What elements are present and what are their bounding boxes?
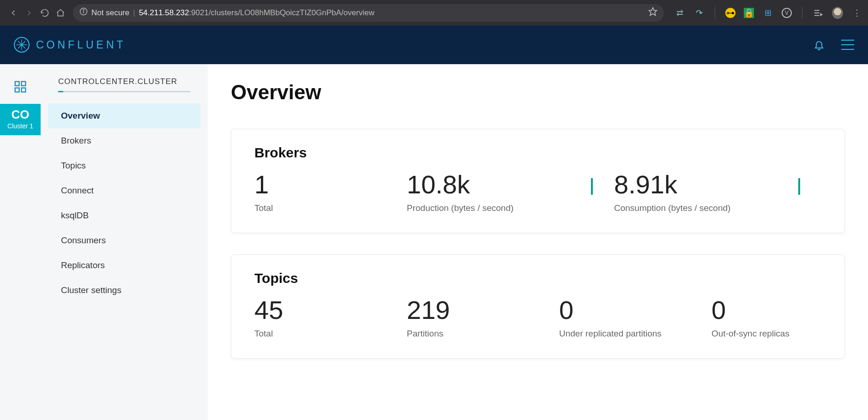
brokers-prod-metric: 10.8k Production (bytes / second) (407, 172, 586, 213)
cluster-short: CO (0, 108, 41, 120)
grid-icon[interactable] (12, 78, 29, 96)
reload-icon[interactable] (37, 5, 53, 21)
profile-avatar[interactable] (832, 7, 843, 18)
left-rail: CO Cluster 1 (0, 64, 41, 420)
svg-point-2 (83, 10, 84, 11)
svg-rect-14 (22, 88, 26, 92)
page-title: Overview (231, 81, 845, 104)
brand-logo-icon (14, 37, 30, 53)
sidebar-item-ksqldb[interactable]: ksqlDB (48, 203, 200, 228)
topics-total-metric: 45 Total (254, 297, 407, 339)
sidebar-item-brokers[interactable]: Brokers (48, 128, 200, 153)
separator: | (133, 8, 135, 18)
cluster-name: Cluster 1 (0, 122, 41, 130)
sparkline-cons-icon (798, 178, 803, 195)
browser-extensions: ⇄ ↷ ⊶ 🔒 ⊞ V ⋮ (674, 7, 862, 19)
topics-partitions-metric: 219 Partitions (407, 297, 559, 339)
brokers-card: Brokers 1 Total 10.8k Production (bytes … (231, 129, 845, 233)
ext-v-icon[interactable]: V (782, 8, 792, 18)
sidebar-item-topics[interactable]: Topics (48, 153, 200, 178)
sidebar-item-overview[interactable]: Overview (48, 103, 200, 128)
svg-rect-13 (15, 88, 19, 92)
ext-icon-1[interactable]: ⇄ (674, 7, 685, 18)
app-header: CONFLUENT (0, 25, 868, 64)
home-icon[interactable] (53, 5, 68, 21)
security-label: Not secure (91, 8, 129, 18)
rail-cluster-tile[interactable]: CO Cluster 1 (0, 104, 41, 135)
sidebar-item-replicators[interactable]: Replicators (48, 253, 200, 278)
forward-icon[interactable] (21, 5, 37, 21)
ext-icon-2[interactable]: ↷ (693, 7, 705, 18)
brand-text: CONFLUENT (36, 39, 126, 51)
brand[interactable]: CONFLUENT (14, 37, 126, 53)
divider (802, 7, 802, 19)
brokers-card-title: Brokers (254, 145, 821, 161)
divider (715, 7, 715, 19)
sidebar-item-cluster-settings[interactable]: Cluster settings (48, 278, 200, 303)
topics-urp-value: 0 (559, 297, 711, 323)
kebab-menu-icon[interactable]: ⋮ (851, 7, 862, 18)
sparkline-prod-icon (591, 178, 596, 195)
brokers-total-metric: 1 Total (254, 172, 407, 213)
sidebar: CONTROLCENTER.CLUSTER Overview Brokers T… (41, 64, 208, 420)
brokers-cons-label: Consumption (bytes / second) (614, 203, 794, 213)
topics-card: Topics 45 Total 219 Partitions 0 Under r… (231, 254, 845, 359)
topics-urp-label: Under replicated partitions (559, 329, 711, 339)
bell-icon[interactable] (814, 39, 825, 50)
brokers-prod-value: 10.8k (407, 172, 586, 198)
url-text: 54.211.58.232:9021/clusters/LO08hMBbQoic… (139, 8, 374, 18)
brokers-total-value: 1 (254, 172, 407, 198)
ext-key-icon[interactable]: ⊶ (725, 8, 735, 18)
ext-lock-icon[interactable]: 🔒 (744, 8, 754, 18)
content: Overview Brokers 1 Total 10.8k Productio… (208, 64, 868, 420)
star-icon[interactable] (648, 7, 657, 18)
topics-oos-label: Out-of-sync replicas (711, 329, 821, 339)
ext-windows-icon[interactable]: ⊞ (762, 7, 773, 18)
sidebar-item-connect[interactable]: Connect (48, 178, 200, 203)
browser-bar: Not secure | 54.211.58.232:9021/clusters… (0, 0, 868, 25)
hamburger-icon[interactable] (841, 40, 854, 50)
topics-partitions-label: Partitions (407, 329, 559, 339)
svg-rect-12 (22, 82, 26, 86)
sidebar-item-consumers[interactable]: Consumers (48, 228, 200, 253)
svg-rect-11 (15, 82, 19, 86)
svg-marker-3 (649, 8, 657, 16)
brokers-cons-metric: 8.91k Consumption (bytes / second) (614, 172, 794, 213)
topics-urp-metric: 0 Under replicated partitions (559, 297, 711, 339)
topics-card-title: Topics (254, 270, 821, 286)
topics-partitions-value: 219 (407, 297, 559, 323)
topics-total-label: Total (254, 329, 407, 339)
main-area: CO Cluster 1 CONTROLCENTER.CLUSTER Overv… (0, 64, 868, 420)
brokers-prod-label: Production (bytes / second) (407, 203, 586, 213)
brokers-cons-value: 8.91k (614, 172, 794, 198)
media-control-icon[interactable] (813, 7, 824, 18)
topics-oos-metric: 0 Out-of-sync replicas (711, 297, 821, 339)
info-icon (79, 7, 88, 18)
brokers-total-label: Total (254, 203, 407, 213)
sidebar-underline (58, 91, 190, 92)
back-icon[interactable] (6, 5, 21, 21)
topics-oos-value: 0 (711, 297, 821, 323)
sidebar-title: CONTROLCENTER.CLUSTER (45, 77, 203, 91)
topics-total-value: 45 (254, 297, 407, 323)
address-bar[interactable]: Not secure | 54.211.58.232:9021/clusters… (73, 4, 664, 22)
